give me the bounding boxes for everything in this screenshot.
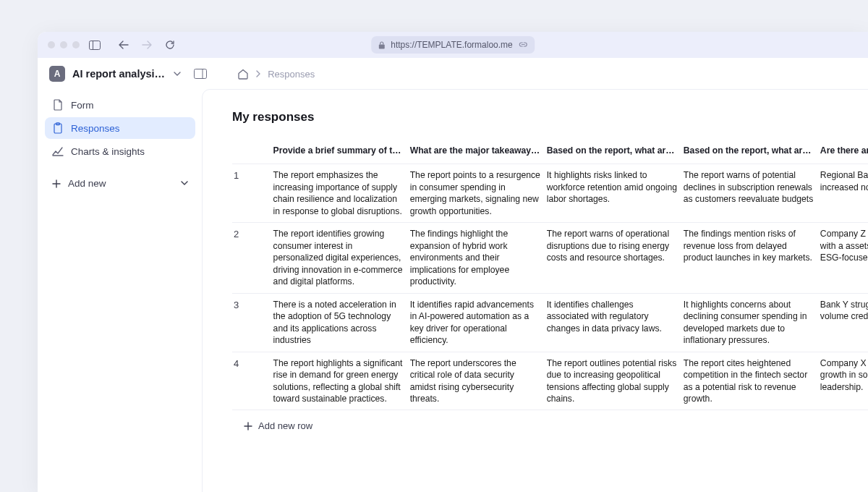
table-row[interactable]: 2 The report identifies growing consumer… (232, 223, 868, 293)
app-body: A AI report analysi… Responses (38, 58, 868, 492)
row-number: 2 (232, 223, 272, 293)
app-header: A AI report analysi… Responses (38, 58, 868, 90)
breadcrumb: Responses (237, 69, 315, 80)
cell[interactable]: The report underscores the critical role… (409, 352, 545, 410)
responses-table: Provide a brief summary of th… What are … (232, 137, 868, 410)
breadcrumb-current: Responses (268, 69, 315, 80)
sidebar-item-responses[interactable]: Responses (45, 117, 195, 139)
cell[interactable]: Company X achiev breaking growth in solu… (819, 352, 868, 410)
sidebar-toggle-icon[interactable] (88, 38, 101, 51)
forward-icon[interactable] (140, 38, 153, 51)
form-icon (52, 99, 64, 111)
cell[interactable]: The findings highlight the expansion of … (409, 223, 545, 293)
cell[interactable]: Company Z outper competitors with a asse… (819, 223, 868, 293)
cell[interactable]: The report identifies growing consumer i… (272, 223, 409, 293)
app-split: Form Responses Charts & insights (38, 90, 868, 492)
window-controls (48, 41, 80, 48)
panel-right-icon[interactable] (192, 67, 208, 80)
url-text: https://TEMPLATE.formaloo.me (391, 40, 513, 50)
cell[interactable]: It highlights risks linked to workforce … (545, 164, 682, 223)
add-row-button[interactable]: Add new row (232, 410, 868, 431)
table-header-row: Provide a brief summary of th… What are … (232, 137, 868, 164)
lock-icon (378, 41, 385, 49)
window-close-dot[interactable] (48, 41, 55, 48)
browser-nav (117, 38, 176, 51)
plus-icon (244, 422, 252, 430)
plus-icon (52, 179, 61, 188)
home-icon[interactable] (237, 69, 249, 80)
app-title: AI report analysi… (72, 68, 165, 80)
cell[interactable]: Regional Bank A fa from increased nor lo… (819, 164, 868, 223)
cell[interactable]: The report emphasizes the increasing imp… (272, 164, 409, 223)
table-row[interactable]: 3 There is a noted acceleration in the a… (232, 293, 868, 352)
svg-rect-2 (379, 44, 385, 48)
cell[interactable]: The report highlights a significant rise… (272, 352, 409, 410)
window-max-dot[interactable] (72, 41, 80, 48)
row-number: 1 (232, 164, 272, 223)
window-min-dot[interactable] (60, 41, 67, 48)
clipboard-icon (52, 122, 64, 134)
cell[interactable]: There is a noted acceleration in the ado… (272, 293, 409, 352)
column-header[interactable]: Based on the report, what are… (682, 137, 819, 164)
row-number: 4 (232, 352, 272, 410)
sidebar: Form Responses Charts & insights (38, 90, 203, 492)
cell[interactable]: Bank Y struggled w origination volume cr… (819, 293, 868, 352)
back-icon[interactable] (117, 38, 130, 51)
cell[interactable]: It identifies rapid advancements in AI-p… (409, 293, 545, 352)
reload-icon[interactable] (163, 38, 176, 51)
sidebar-item-label: Form (71, 100, 94, 111)
cell[interactable]: The report warns of operational disrupti… (545, 223, 682, 293)
responses-table-wrap: Provide a brief summary of th… What are … (232, 137, 868, 431)
cell[interactable]: It highlights concerns about declining c… (682, 293, 819, 352)
sidebar-item-label: Responses (71, 123, 120, 134)
table-row[interactable]: 1 The report emphasizes the increasing i… (232, 164, 868, 223)
cell[interactable]: The findings mention risks of revenue lo… (682, 223, 819, 293)
row-number: 3 (232, 293, 272, 352)
svg-rect-0 (90, 41, 101, 49)
sidebar-add-new[interactable]: Add new (45, 171, 195, 196)
column-header[interactable]: Provide a brief summary of th… (272, 137, 409, 164)
chevron-down-icon[interactable] (174, 72, 181, 77)
sidebar-add-label: Add new (68, 178, 106, 189)
browser-window: https://TEMPLATE.formaloo.me A AI report… (38, 32, 868, 492)
table-row[interactable]: 4 The report highlights a significant ri… (232, 352, 868, 410)
app-logo: A (49, 66, 65, 82)
url-bar[interactable]: https://TEMPLATE.formaloo.me (371, 36, 535, 54)
browser-chrome: https://TEMPLATE.formaloo.me (38, 32, 868, 58)
add-row-label: Add new row (258, 420, 312, 431)
sidebar-item-label: Charts & insights (71, 146, 145, 157)
cell[interactable]: It identifies challenges associated with… (545, 293, 682, 352)
chevron-down-icon (181, 181, 188, 186)
cell[interactable]: The report outlines potential risks due … (545, 352, 682, 410)
chevron-right-icon (256, 70, 260, 77)
chart-icon (52, 145, 64, 157)
sidebar-item-form[interactable]: Form (45, 94, 195, 116)
main-panel: My responses Provide a brief summary of … (203, 90, 868, 492)
page-title: My responses (232, 110, 868, 124)
svg-rect-3 (195, 69, 207, 79)
cell[interactable]: The report points to a resurgence in con… (409, 164, 545, 223)
column-header[interactable]: Based on the report, what are… (545, 137, 682, 164)
link-icon (519, 41, 527, 49)
cell[interactable]: The report cites heightened competition … (682, 352, 819, 410)
cell[interactable]: The report warns of potential declines i… (682, 164, 819, 223)
sidebar-item-charts[interactable]: Charts & insights (45, 140, 195, 162)
column-header[interactable]: Are there any finan… (819, 137, 868, 164)
column-header[interactable]: What are the major takeaway… (409, 137, 545, 164)
